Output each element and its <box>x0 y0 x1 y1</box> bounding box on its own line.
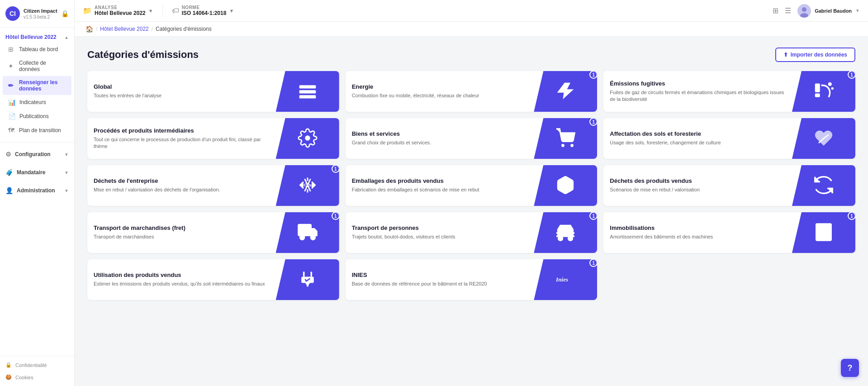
card-icon-area-energie <box>534 71 597 112</box>
chevron-mandataire-icon: ▼ <box>64 170 69 175</box>
card-badge-transport-marchandises: 1 <box>332 212 339 220</box>
svg-point-1 <box>802 7 806 12</box>
card-text-biens-services: Biens et services Grand choix de produit… <box>346 118 534 159</box>
help-button[interactable]: ? <box>841 359 859 377</box>
sidebar-mandataire-header[interactable]: 🧳 Mandataire ▼ <box>0 165 74 178</box>
breadcrumb: 🏠 / Hôtel Bellevue 2022 / Catégories d'é… <box>75 22 868 37</box>
card-icon-area-transport-marchandises <box>276 212 339 253</box>
chevron-admin-icon: ▼ <box>64 188 69 193</box>
card-affectation-sols[interactable]: Affectation des sols et foresterie Usage… <box>603 118 855 159</box>
sidebar-item-renseigner[interactable]: ✏ Renseigner les données <box>3 76 71 95</box>
import-button[interactable]: ⬆ Importer des données <box>775 48 855 62</box>
card-title-immobilisations: Immobilisations <box>610 224 786 231</box>
norme-dropdown-icon[interactable]: ▼ <box>229 8 234 14</box>
card-title-emballages: Emballages des produits vendus <box>352 177 528 184</box>
card-transport-marchandises[interactable]: 1 Transport de marchandises (fret) Trans… <box>87 212 339 253</box>
sidebar-item-publications[interactable]: 📄 Publications <box>3 110 71 123</box>
dashboard-icon: ⊞ <box>8 46 15 53</box>
indicators-icon: 📊 <box>8 99 16 106</box>
breadcrumb-link-hotel[interactable]: Hôtel Bellevue 2022 <box>100 26 148 32</box>
card-global[interactable]: Global Toutes les entrées de l'analyse <box>87 71 339 112</box>
sidebar-item-plan[interactable]: 🗺 Plan de transition <box>3 124 71 137</box>
card-icon-area-emballages <box>534 165 597 206</box>
sidebar-item-collecte[interactable]: ✦ Collecte de données <box>3 57 71 76</box>
card-text-global: Global Toutes les entrées de l'analyse <box>87 71 276 112</box>
svg-point-20 <box>559 236 563 240</box>
card-icon-inies: Inies <box>555 269 575 291</box>
card-procedes[interactable]: Procédés et produits intermédiaires Tout… <box>87 118 339 159</box>
card-icon-area-transport-personnes <box>534 212 597 253</box>
svg-marker-6 <box>557 82 574 99</box>
card-title-utilisation-produits: Utilisation des produits vendus <box>94 272 270 278</box>
svg-marker-30 <box>304 281 311 286</box>
card-icon-affectation-sols <box>814 128 834 149</box>
card-title-inies: INIES <box>352 272 528 278</box>
card-icon-area-inies: Inies <box>534 259 597 300</box>
card-immobilisations[interactable]: 1 Immobilisations Amortissement des bâti… <box>603 212 855 253</box>
analyse-folder-icon: 📁 <box>83 6 92 15</box>
card-icon-emissions-fugitives <box>814 81 834 102</box>
user-profile[interactable]: Gabriel Baudon ▼ <box>797 4 860 18</box>
sidebar-item-indicateurs[interactable]: 📊 Indicateurs <box>3 95 71 109</box>
sidebar-hotel-header[interactable]: Hôtel Bellevue 2022 ▲ <box>0 30 74 42</box>
svg-text:Inies: Inies <box>555 276 568 282</box>
chevron-up-icon: ▲ <box>64 35 69 40</box>
card-desc-transport-personnes: Trajets boulot, boulot-dodos, visiteurs … <box>352 234 528 240</box>
card-title-dechets-produits: Déchets des produits vendus <box>610 177 786 184</box>
card-icon-area-dechets-produits <box>792 165 855 206</box>
card-desc-global: Toutes les entrées de l'analyse <box>94 92 270 99</box>
card-biens-services[interactable]: 1 Biens et services Grand choix de produ… <box>346 118 598 159</box>
card-utilisation-produits[interactable]: Utilisation des produits vendus Estimer … <box>87 259 339 300</box>
card-inies[interactable]: 1 INIES Base de données de référence pou… <box>346 259 598 300</box>
list-view-icon[interactable]: ☰ <box>785 6 791 15</box>
breadcrumb-home-icon[interactable]: 🏠 <box>85 25 93 33</box>
sidebar-config-header[interactable]: ⚙ Configuration ▼ <box>0 147 74 160</box>
grid-view-icon[interactable]: ⊞ <box>773 6 778 15</box>
topbar-norme: 🏷 NORME ISO 14064-1:2018 ▼ <box>172 5 234 16</box>
app-version: v1.5.3-beta.2 <box>24 14 57 19</box>
card-icon-immobilisations <box>814 222 834 243</box>
card-badge-immobilisations: 1 <box>848 212 855 220</box>
card-emissions-fugitives[interactable]: 1 Émissions fugitives Fuites de gaz de c… <box>603 71 855 112</box>
card-icon-utilisation-produits <box>298 269 318 291</box>
sidebar-item-cookies[interactable]: 🍪 Cookies <box>0 371 74 383</box>
card-icon-transport-personnes <box>555 222 575 243</box>
card-title-procedes: Procédés et produits intermédiaires <box>94 127 270 134</box>
svg-point-13 <box>571 144 573 146</box>
content-header: Catégories d'émissions ⬆ Importer des do… <box>87 48 855 62</box>
card-energie[interactable]: 1 Energie Combustion fixe ou mobile, éle… <box>346 71 598 112</box>
main-content: 📁 ANALYSE Hôtel Bellevue 2022 ▼ 🏷 NORME … <box>75 0 868 386</box>
svg-rect-3 <box>299 85 316 88</box>
card-desc-energie: Combustion fixe ou mobile, électricité, … <box>352 92 528 99</box>
sidebar-admin-header[interactable]: 👤 Administration ▼ <box>0 183 74 196</box>
card-transport-personnes[interactable]: 1 Transport de personnes Trajets boulot,… <box>346 212 598 253</box>
card-dechets-produits[interactable]: Déchets des produits vendus Scénarios de… <box>603 165 855 206</box>
card-title-energie: Energie <box>352 83 528 90</box>
topbar-analyse: 📁 ANALYSE Hôtel Bellevue 2022 ▼ <box>83 5 153 16</box>
card-icon-biens-services <box>555 128 575 149</box>
card-dechets-entreprise[interactable]: 1 Déchets de l'entreprise Mise en rebut … <box>87 165 339 206</box>
card-desc-immobilisations: Amortissement des bâtiments et des machi… <box>610 234 786 240</box>
analyse-dropdown-icon[interactable]: ▼ <box>148 8 153 14</box>
sidebar-mandataire-section: 🧳 Mandataire ▼ <box>0 162 74 181</box>
plan-icon: 🗺 <box>8 127 15 134</box>
admin-icon: 👤 <box>5 187 13 194</box>
chevron-config-icon: ▼ <box>64 152 69 157</box>
svg-point-10 <box>831 87 834 90</box>
card-icon-area-dechets-entreprise: CO₂ <box>276 165 339 206</box>
collect-icon: ✦ <box>8 62 15 70</box>
sidebar-item-confidentialite[interactable]: 🔒 Confidentialité <box>0 359 74 371</box>
svg-rect-16 <box>298 224 311 235</box>
card-desc-biens-services: Grand choix de produits et services. <box>352 139 528 146</box>
mandataire-icon: 🧳 <box>5 169 13 176</box>
breadcrumb-sep-1: / <box>96 26 97 32</box>
card-emballages[interactable]: Emballages des produits vendus Fabricati… <box>346 165 598 206</box>
card-icon-area-global <box>276 71 339 112</box>
sidebar-item-tableau[interactable]: ⊞ Tableau de bord <box>3 43 71 56</box>
avatar-image <box>797 4 811 18</box>
card-text-utilisation-produits: Utilisation des produits vendus Estimer … <box>87 259 276 300</box>
lock-icon: 🔒 <box>61 10 69 17</box>
svg-rect-5 <box>299 95 316 98</box>
card-desc-affectation-sols: Usage des sols, foresterie, changement d… <box>610 139 786 146</box>
topbar: 📁 ANALYSE Hôtel Bellevue 2022 ▼ 🏷 NORME … <box>75 0 868 22</box>
